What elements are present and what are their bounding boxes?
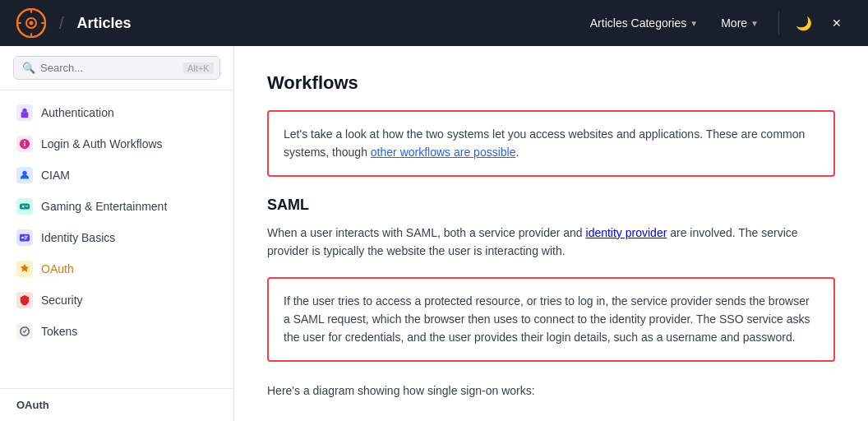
sidebar-item-authentication[interactable]: Authentication [0, 97, 233, 128]
sidebar-item-label-gaming: Gaming & Entertainment [41, 200, 167, 213]
main-layout: 🔍 Alt+K AuthenticationLogin & Auth Workf… [0, 46, 868, 421]
sidebar-footer: OAuth [0, 388, 233, 421]
more-chevron: ▼ [750, 19, 759, 28]
dark-mode-icon: 🌙 [796, 16, 812, 31]
oauth-icon [16, 261, 33, 277]
header-logo: / Articles [16, 8, 132, 38]
articles-categories-chevron: ▼ [690, 19, 698, 28]
sidebar-search-area: 🔍 Alt+K [0, 46, 233, 90]
sidebar-item-label-identity-basics: Identity Basics [41, 231, 115, 244]
more-label: More [721, 16, 747, 30]
highlight-box-2-text: If the user tries to access a protected … [284, 294, 810, 345]
highlight-box-1-text-after: . [515, 146, 519, 159]
saml-text-before-link: When a user interacts with SAML, both a … [267, 226, 586, 239]
sidebar-item-label-tokens: Tokens [41, 325, 77, 338]
search-input-wrapper[interactable]: 🔍 Alt+K [13, 56, 220, 80]
main-content: Workflows Let's take a look at how the t… [234, 46, 868, 421]
other-workflows-link[interactable]: other workflows are possible [371, 146, 516, 159]
sidebar-item-security[interactable]: Security [0, 285, 233, 316]
close-button[interactable]: ✕ [822, 8, 852, 38]
header-separator-line: / [59, 14, 64, 33]
sidebar-item-login-auth[interactable]: Login & Auth Workflows [0, 128, 233, 160]
highlight-box-2: If the user tries to access a protected … [267, 277, 835, 362]
more-nav[interactable]: More ▼ [711, 12, 769, 35]
svg-point-11 [21, 237, 24, 239]
saml-section-title: SAML [267, 197, 835, 214]
sidebar-item-ciam[interactable]: CIAM [0, 160, 233, 191]
svg-point-2 [30, 21, 34, 25]
close-icon: ✕ [832, 16, 842, 30]
articles-categories-nav[interactable]: Articles Categories ▼ [580, 12, 708, 35]
sidebar-item-tokens[interactable]: Tokens [0, 316, 233, 347]
search-icon: 🔍 [22, 62, 35, 74]
gaming-icon [16, 198, 33, 215]
search-input[interactable] [40, 62, 178, 74]
content-title: Workflows [267, 72, 835, 94]
svg-rect-7 [21, 112, 29, 118]
sidebar-nav: AuthenticationLogin & Auth WorkflowsCIAM… [0, 90, 233, 388]
identity-basics-icon [16, 229, 33, 246]
articles-categories-label: Articles Categories [590, 16, 687, 30]
ciam-icon [16, 167, 33, 183]
final-paragraph: Here's a diagram showing how single sign… [267, 382, 835, 400]
tokens-icon [16, 323, 33, 340]
sidebar-item-identity-basics[interactable]: Identity Basics [0, 222, 233, 253]
header-title: Articles [77, 15, 132, 32]
nav-separator [778, 12, 779, 35]
sidebar: 🔍 Alt+K AuthenticationLogin & Auth Workf… [0, 46, 234, 421]
sidebar-footer-label: OAuth [16, 399, 49, 411]
sidebar-item-label-oauth: OAuth [41, 262, 74, 275]
sidebar-item-label-ciam: CIAM [41, 169, 70, 182]
highlight-box-1: Let's take a look at how the two systems… [267, 110, 835, 177]
sidebar-item-label-login-auth: Login & Auth Workflows [41, 137, 163, 150]
security-icon [16, 292, 33, 308]
saml-paragraph: When a user interacts with SAML, both a … [267, 224, 835, 261]
sidebar-item-gaming[interactable]: Gaming & Entertainment [0, 191, 233, 222]
authentication-icon [16, 104, 33, 121]
highlight-box-1-text-before: Let's take a look at how the two systems… [284, 127, 805, 159]
dark-mode-button[interactable]: 🌙 [789, 8, 819, 38]
login-auth-icon [16, 136, 33, 152]
header-nav: Articles Categories ▼ More ▼ 🌙 ✕ [580, 8, 852, 38]
sidebar-item-label-authentication: Authentication [41, 106, 114, 119]
identity-provider-link[interactable]: identity provider [586, 226, 667, 239]
svg-rect-9 [20, 204, 30, 210]
search-shortcut: Alt+K [183, 62, 214, 74]
logo-icon [16, 8, 46, 38]
header: / Articles Articles Categories ▼ More ▼ … [0, 0, 868, 46]
sidebar-item-label-security: Security [41, 294, 83, 307]
sidebar-item-oauth[interactable]: OAuth [0, 253, 233, 285]
